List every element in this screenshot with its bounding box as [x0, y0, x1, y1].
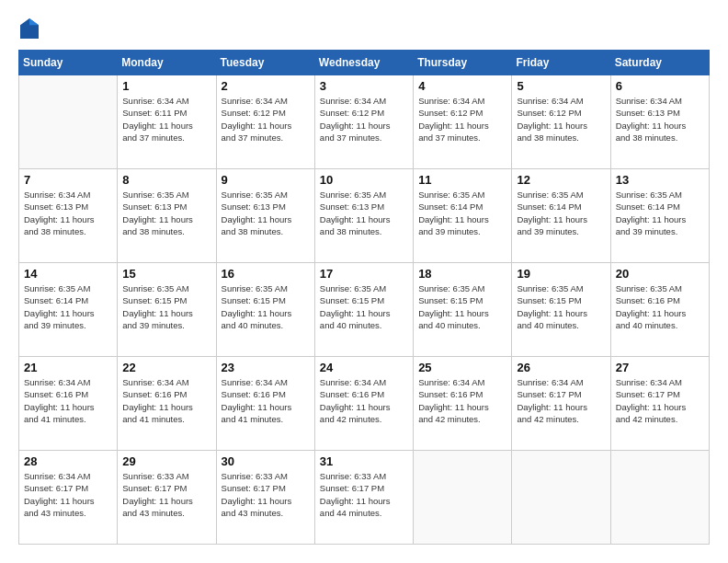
week-row-4: 28Sunrise: 6:34 AM Sunset: 6:17 PM Dayli…	[19, 451, 710, 545]
calendar-cell: 17Sunrise: 6:35 AM Sunset: 6:15 PM Dayli…	[314, 263, 413, 357]
cell-info: Sunrise: 6:34 AM Sunset: 6:12 PM Dayligh…	[517, 95, 605, 144]
cell-info: Sunrise: 6:34 AM Sunset: 6:16 PM Dayligh…	[122, 376, 210, 425]
calendar-cell: 6Sunrise: 6:34 AM Sunset: 6:13 PM Daylig…	[610, 75, 709, 169]
day-number: 2	[222, 79, 310, 93]
day-number: 8	[122, 173, 210, 187]
calendar-table: SundayMondayTuesdayWednesdayThursdayFrid…	[18, 50, 710, 545]
cell-info: Sunrise: 6:35 AM Sunset: 6:15 PM Dayligh…	[122, 282, 210, 331]
cell-info: Sunrise: 6:34 AM Sunset: 6:17 PM Dayligh…	[24, 470, 112, 519]
cell-info: Sunrise: 6:35 AM Sunset: 6:15 PM Dayligh…	[320, 282, 408, 331]
cell-info: Sunrise: 6:35 AM Sunset: 6:16 PM Dayligh…	[616, 282, 704, 331]
cell-info: Sunrise: 6:35 AM Sunset: 6:14 PM Dayligh…	[616, 189, 704, 237]
day-number: 3	[320, 79, 408, 93]
calendar-cell: 7Sunrise: 6:34 AM Sunset: 6:13 PM Daylig…	[19, 169, 118, 263]
calendar-cell: 30Sunrise: 6:33 AM Sunset: 6:17 PM Dayli…	[216, 451, 314, 545]
cell-info: Sunrise: 6:35 AM Sunset: 6:14 PM Dayligh…	[418, 189, 506, 237]
cell-info: Sunrise: 6:34 AM Sunset: 6:12 PM Dayligh…	[320, 95, 408, 144]
cell-info: Sunrise: 6:34 AM Sunset: 6:17 PM Dayligh…	[517, 376, 605, 425]
day-number: 22	[122, 361, 210, 374]
calendar-cell: 10Sunrise: 6:35 AM Sunset: 6:13 PM Dayli…	[314, 169, 413, 263]
calendar-cell: 29Sunrise: 6:33 AM Sunset: 6:17 PM Dayli…	[118, 451, 216, 545]
cell-info: Sunrise: 6:35 AM Sunset: 6:13 PM Dayligh…	[222, 189, 310, 237]
calendar-cell: 22Sunrise: 6:34 AM Sunset: 6:16 PM Dayli…	[118, 357, 216, 451]
calendar-cell: 18Sunrise: 6:35 AM Sunset: 6:15 PM Dayli…	[414, 263, 512, 357]
day-number: 21	[24, 361, 112, 374]
calendar-cell: 5Sunrise: 6:34 AM Sunset: 6:12 PM Daylig…	[512, 75, 610, 169]
calendar-cell: 25Sunrise: 6:34 AM Sunset: 6:16 PM Dayli…	[414, 357, 512, 451]
calendar-cell: 15Sunrise: 6:35 AM Sunset: 6:15 PM Dayli…	[118, 263, 216, 357]
cell-info: Sunrise: 6:34 AM Sunset: 6:17 PM Dayligh…	[616, 376, 704, 425]
week-row-2: 14Sunrise: 6:35 AM Sunset: 6:14 PM Dayli…	[19, 263, 710, 357]
calendar-cell: 14Sunrise: 6:35 AM Sunset: 6:14 PM Dayli…	[19, 263, 118, 357]
svg-marker-1	[29, 18, 39, 25]
column-header-wednesday: Wednesday	[314, 51, 413, 75]
calendar-cell: 16Sunrise: 6:35 AM Sunset: 6:15 PM Dayli…	[216, 263, 314, 357]
day-number: 23	[222, 361, 310, 374]
calendar-header: SundayMondayTuesdayWednesdayThursdayFrid…	[19, 51, 710, 75]
column-header-tuesday: Tuesday	[216, 51, 314, 75]
day-number: 19	[517, 267, 605, 281]
column-header-thursday: Thursday	[414, 51, 512, 75]
day-number: 15	[122, 267, 210, 281]
calendar-cell: 20Sunrise: 6:35 AM Sunset: 6:16 PM Dayli…	[610, 263, 709, 357]
day-number: 16	[222, 267, 310, 281]
cell-info: Sunrise: 6:35 AM Sunset: 6:15 PM Dayligh…	[517, 282, 605, 331]
calendar-cell: 11Sunrise: 6:35 AM Sunset: 6:14 PM Dayli…	[414, 169, 512, 263]
week-row-0: 1Sunrise: 6:34 AM Sunset: 6:11 PM Daylig…	[19, 75, 710, 169]
cell-info: Sunrise: 6:35 AM Sunset: 6:13 PM Dayligh…	[122, 189, 210, 237]
calendar-cell	[414, 451, 512, 545]
day-number: 18	[418, 267, 506, 281]
day-number: 20	[616, 267, 704, 281]
calendar-cell: 26Sunrise: 6:34 AM Sunset: 6:17 PM Dayli…	[512, 357, 610, 451]
calendar-cell: 8Sunrise: 6:35 AM Sunset: 6:13 PM Daylig…	[118, 169, 216, 263]
cell-info: Sunrise: 6:35 AM Sunset: 6:15 PM Dayligh…	[222, 282, 310, 331]
day-number: 12	[517, 173, 605, 187]
day-number: 10	[320, 173, 408, 187]
calendar-cell: 23Sunrise: 6:34 AM Sunset: 6:16 PM Dayli…	[216, 357, 314, 451]
cell-info: Sunrise: 6:34 AM Sunset: 6:16 PM Dayligh…	[222, 376, 310, 425]
day-number: 7	[24, 173, 112, 187]
calendar-body: 1Sunrise: 6:34 AM Sunset: 6:11 PM Daylig…	[19, 75, 710, 545]
day-number: 31	[320, 454, 408, 468]
calendar-cell: 13Sunrise: 6:35 AM Sunset: 6:14 PM Dayli…	[610, 169, 709, 263]
day-number: 11	[418, 173, 506, 187]
day-number: 30	[222, 454, 310, 468]
cell-info: Sunrise: 6:33 AM Sunset: 6:17 PM Dayligh…	[222, 470, 310, 519]
cell-info: Sunrise: 6:33 AM Sunset: 6:17 PM Dayligh…	[320, 470, 408, 519]
page: SundayMondayTuesdayWednesdayThursdayFrid…	[0, 0, 728, 563]
calendar-cell	[512, 451, 610, 545]
calendar-cell: 1Sunrise: 6:34 AM Sunset: 6:11 PM Daylig…	[118, 75, 216, 169]
cell-info: Sunrise: 6:34 AM Sunset: 6:16 PM Dayligh…	[320, 376, 408, 425]
calendar-cell: 2Sunrise: 6:34 AM Sunset: 6:12 PM Daylig…	[216, 75, 314, 169]
cell-info: Sunrise: 6:35 AM Sunset: 6:14 PM Dayligh…	[517, 189, 605, 237]
cell-info: Sunrise: 6:35 AM Sunset: 6:15 PM Dayligh…	[418, 282, 506, 331]
day-number: 17	[320, 267, 408, 281]
cell-info: Sunrise: 6:35 AM Sunset: 6:13 PM Dayligh…	[320, 189, 408, 237]
column-header-monday: Monday	[118, 51, 216, 75]
calendar-cell	[610, 451, 709, 545]
day-number: 13	[616, 173, 704, 187]
cell-info: Sunrise: 6:34 AM Sunset: 6:12 PM Dayligh…	[222, 95, 310, 144]
column-header-saturday: Saturday	[610, 51, 709, 75]
cell-info: Sunrise: 6:34 AM Sunset: 6:12 PM Dayligh…	[418, 95, 506, 144]
day-number: 24	[320, 361, 408, 374]
cell-info: Sunrise: 6:34 AM Sunset: 6:16 PM Dayligh…	[24, 376, 112, 425]
cell-info: Sunrise: 6:34 AM Sunset: 6:11 PM Dayligh…	[122, 95, 210, 144]
calendar-cell: 31Sunrise: 6:33 AM Sunset: 6:17 PM Dayli…	[314, 451, 413, 545]
column-header-sunday: Sunday	[19, 51, 118, 75]
calendar-cell: 19Sunrise: 6:35 AM Sunset: 6:15 PM Dayli…	[512, 263, 610, 357]
week-row-1: 7Sunrise: 6:34 AM Sunset: 6:13 PM Daylig…	[19, 169, 710, 263]
logo-icon	[20, 18, 39, 39]
calendar-cell: 21Sunrise: 6:34 AM Sunset: 6:16 PM Dayli…	[19, 357, 118, 451]
cell-info: Sunrise: 6:34 AM Sunset: 6:13 PM Dayligh…	[616, 95, 704, 144]
calendar-cell: 28Sunrise: 6:34 AM Sunset: 6:17 PM Dayli…	[19, 451, 118, 545]
day-number: 27	[616, 361, 704, 374]
day-number: 25	[418, 361, 506, 374]
cell-info: Sunrise: 6:34 AM Sunset: 6:16 PM Dayligh…	[418, 376, 506, 425]
cell-info: Sunrise: 6:33 AM Sunset: 6:17 PM Dayligh…	[122, 470, 210, 519]
week-row-3: 21Sunrise: 6:34 AM Sunset: 6:16 PM Dayli…	[19, 357, 710, 451]
calendar-cell: 9Sunrise: 6:35 AM Sunset: 6:13 PM Daylig…	[216, 169, 314, 263]
day-number: 14	[24, 267, 112, 281]
column-header-friday: Friday	[512, 51, 610, 75]
day-number: 1	[122, 79, 210, 93]
